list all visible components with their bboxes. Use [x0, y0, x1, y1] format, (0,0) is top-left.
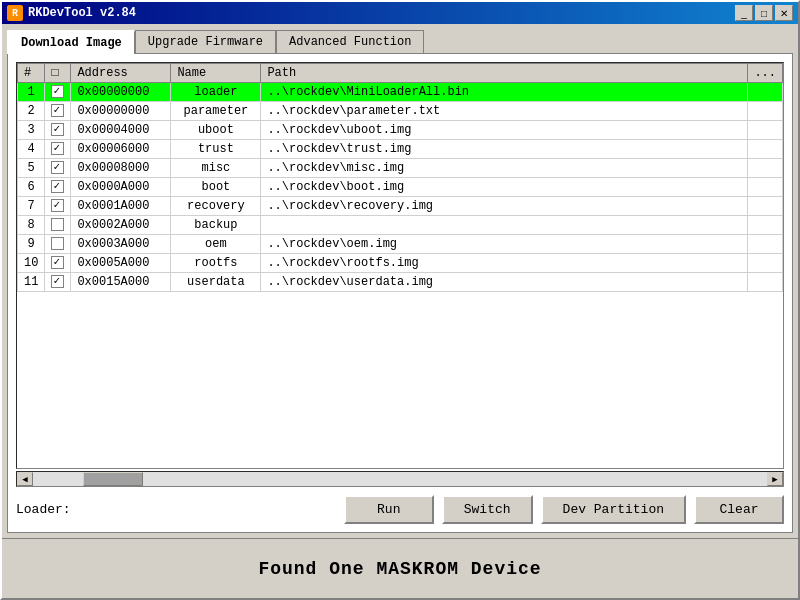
table-row[interactable]: 70x0001A000recovery..\rockdev\recovery.i…: [18, 197, 783, 216]
table-row[interactable]: 110x0015A000userdata..\rockdev\userdata.…: [18, 273, 783, 292]
tab-bar: Download Image Upgrade Firmware Advanced…: [7, 29, 793, 53]
tab-download-image[interactable]: Download Image: [7, 30, 135, 54]
loader-label: Loader:: [16, 502, 76, 517]
cell-address: 0x00006000: [71, 140, 171, 159]
cell-checkbox[interactable]: [45, 83, 71, 102]
maximize-button[interactable]: □: [755, 5, 773, 21]
table-row[interactable]: 40x00006000trust..\rockdev\trust.img: [18, 140, 783, 159]
status-message: Found One MASKROM Device: [258, 559, 541, 579]
cell-num: 2: [18, 102, 45, 121]
col-header-name: Name: [171, 64, 261, 83]
cell-browse[interactable]: [748, 102, 783, 121]
cell-checkbox[interactable]: [45, 121, 71, 140]
table-row[interactable]: 20x00000000parameter..\rockdev\parameter…: [18, 102, 783, 121]
cell-num: 11: [18, 273, 45, 292]
cell-path[interactable]: ..\rockdev\rootfs.img: [261, 254, 748, 273]
cell-browse[interactable]: [748, 254, 783, 273]
cell-checkbox[interactable]: [45, 197, 71, 216]
app-icon: R: [7, 5, 23, 21]
firmware-table-container[interactable]: # □ Address Name Path ... 10x00000000loa…: [16, 62, 784, 469]
cell-path[interactable]: ..\rockdev\uboot.img: [261, 121, 748, 140]
cell-path[interactable]: ..\rockdev\misc.img: [261, 159, 748, 178]
cell-name: trust: [171, 140, 261, 159]
cell-checkbox[interactable]: [45, 159, 71, 178]
cell-browse[interactable]: [748, 273, 783, 292]
main-window: R RKDevTool v2.84 _ □ ✕ Download Image U…: [0, 0, 800, 600]
tab-upgrade-firmware[interactable]: Upgrade Firmware: [135, 30, 276, 54]
cell-address: 0x0003A000: [71, 235, 171, 254]
cell-address: 0x00000000: [71, 102, 171, 121]
cell-num: 3: [18, 121, 45, 140]
col-header-path: Path: [261, 64, 748, 83]
cell-path[interactable]: ..\rockdev\oem.img: [261, 235, 748, 254]
cell-address: 0x0005A000: [71, 254, 171, 273]
clear-button[interactable]: Clear: [694, 495, 784, 524]
cell-num: 10: [18, 254, 45, 273]
window-body: Download Image Upgrade Firmware Advanced…: [2, 24, 798, 538]
cell-browse[interactable]: [748, 121, 783, 140]
table-row[interactable]: 60x0000A000boot..\rockdev\boot.img: [18, 178, 783, 197]
cell-path[interactable]: ..\rockdev\recovery.img: [261, 197, 748, 216]
cell-num: 5: [18, 159, 45, 178]
run-button[interactable]: Run: [344, 495, 434, 524]
cell-address: 0x00004000: [71, 121, 171, 140]
scroll-right-button[interactable]: ▶: [767, 472, 783, 486]
cell-path[interactable]: ..\rockdev\MiniLoaderAll.bin: [261, 83, 748, 102]
scroll-track[interactable]: [33, 472, 767, 486]
table-row[interactable]: 100x0005A000rootfs..\rockdev\rootfs.img: [18, 254, 783, 273]
table-row[interactable]: 80x0002A000backup: [18, 216, 783, 235]
col-header-check: □: [45, 64, 71, 83]
scroll-thumb[interactable]: [83, 472, 143, 486]
cell-name: boot: [171, 178, 261, 197]
scroll-left-button[interactable]: ◀: [17, 472, 33, 486]
table-row[interactable]: 50x00008000misc..\rockdev\misc.img: [18, 159, 783, 178]
cell-address: 0x00008000: [71, 159, 171, 178]
table-row[interactable]: 90x0003A000oem..\rockdev\oem.img: [18, 235, 783, 254]
cell-browse[interactable]: [748, 178, 783, 197]
cell-num: 7: [18, 197, 45, 216]
table-row[interactable]: 30x00004000uboot..\rockdev\uboot.img: [18, 121, 783, 140]
cell-path[interactable]: ..\rockdev\trust.img: [261, 140, 748, 159]
close-button[interactable]: ✕: [775, 5, 793, 21]
cell-path[interactable]: ..\rockdev\boot.img: [261, 178, 748, 197]
firmware-table: # □ Address Name Path ... 10x00000000loa…: [17, 63, 783, 292]
cell-name: parameter: [171, 102, 261, 121]
status-bar: Found One MASKROM Device: [2, 538, 798, 598]
cell-path[interactable]: ..\rockdev\userdata.img: [261, 273, 748, 292]
cell-num: 9: [18, 235, 45, 254]
horizontal-scrollbar[interactable]: ◀ ▶: [16, 471, 784, 487]
title-bar: R RKDevTool v2.84 _ □ ✕: [2, 2, 798, 24]
col-header-num: #: [18, 64, 45, 83]
table-header-row: # □ Address Name Path ...: [18, 64, 783, 83]
cell-address: 0x0001A000: [71, 197, 171, 216]
switch-button[interactable]: Switch: [442, 495, 533, 524]
cell-num: 1: [18, 83, 45, 102]
cell-browse[interactable]: [748, 140, 783, 159]
cell-name: userdata: [171, 273, 261, 292]
dev-partition-button[interactable]: Dev Partition: [541, 495, 686, 524]
cell-checkbox[interactable]: [45, 216, 71, 235]
cell-path[interactable]: ..\rockdev\parameter.txt: [261, 102, 748, 121]
cell-browse[interactable]: [748, 197, 783, 216]
cell-num: 8: [18, 216, 45, 235]
cell-browse[interactable]: [748, 83, 783, 102]
cell-checkbox[interactable]: [45, 235, 71, 254]
cell-browse[interactable]: [748, 216, 783, 235]
table-row[interactable]: 10x00000000loader..\rockdev\MiniLoaderAl…: [18, 83, 783, 102]
cell-checkbox[interactable]: [45, 254, 71, 273]
cell-browse[interactable]: [748, 159, 783, 178]
tab-advanced-function[interactable]: Advanced Function: [276, 30, 424, 54]
cell-name: backup: [171, 216, 261, 235]
minimize-button[interactable]: _: [735, 5, 753, 21]
cell-browse[interactable]: [748, 235, 783, 254]
col-header-address: Address: [71, 64, 171, 83]
cell-checkbox[interactable]: [45, 140, 71, 159]
cell-checkbox[interactable]: [45, 273, 71, 292]
cell-name: misc: [171, 159, 261, 178]
cell-name: rootfs: [171, 254, 261, 273]
cell-checkbox[interactable]: [45, 178, 71, 197]
cell-checkbox[interactable]: [45, 102, 71, 121]
cell-path[interactable]: [261, 216, 748, 235]
cell-name: recovery: [171, 197, 261, 216]
cell-address: 0x0002A000: [71, 216, 171, 235]
